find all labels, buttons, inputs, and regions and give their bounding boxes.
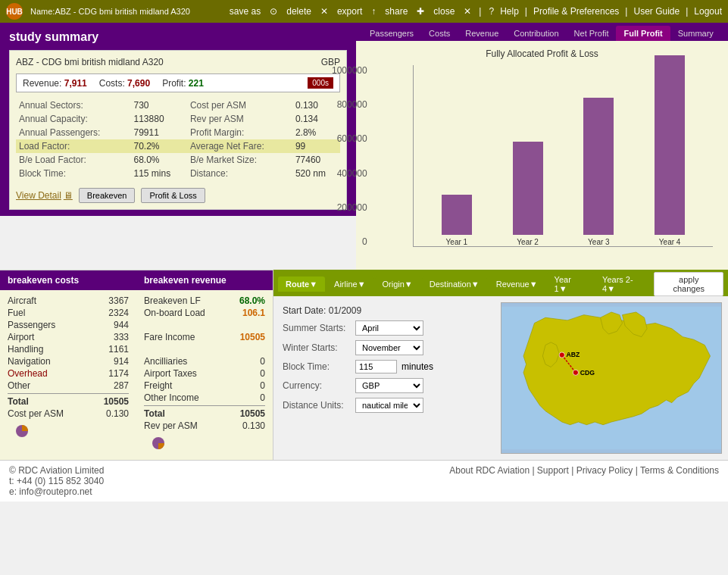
table-row: Block Time: 115 mins Distance: 520 nm xyxy=(16,167,340,180)
apply-changes-btn[interactable]: apply changes xyxy=(654,272,723,296)
tab-route[interactable]: Route▼ xyxy=(278,277,325,292)
tab-destination[interactable]: Destination▼ xyxy=(422,277,487,292)
summer-select[interactable]: January February March April May June xyxy=(355,320,423,336)
bar-year1: Year 1 xyxy=(429,195,485,246)
be-asm-costs: Cost per ASM 0.130 xyxy=(8,408,129,420)
be-revenue-col: Breakeven LF 68.0% On-board Load 106.1 F… xyxy=(136,290,273,459)
list-item xyxy=(144,343,265,355)
tab-revenue-route[interactable]: Revenue▼ xyxy=(489,277,545,292)
profit-loss-btn[interactable]: Profit & Loss xyxy=(141,188,205,203)
hub-badge: HUB xyxy=(6,3,23,20)
bar-label-1: Year 1 xyxy=(446,238,468,246)
chart-tabs: Passengers Costs Revenue Contribution Ne… xyxy=(356,23,728,41)
help-icon: ? xyxy=(489,6,494,17)
study-summary-title: study summary xyxy=(9,30,347,44)
about-link[interactable]: About RDC Aviation xyxy=(449,465,530,476)
currency-label: Currency: xyxy=(283,380,351,391)
breakeven-table: Aircraft 3367 Fuel 2324 Passengers 944 A… xyxy=(0,290,273,459)
winter-select[interactable]: October November December xyxy=(355,340,423,355)
tab-contribution[interactable]: Contribution xyxy=(506,26,566,41)
distance-select[interactable]: nautical miles kilometres miles xyxy=(355,398,423,413)
chart-area: Fully Allocated Profit & Loss 1000000 80… xyxy=(356,41,728,270)
footer-right: About RDC Aviation | Support | Privacy P… xyxy=(449,465,719,497)
metrics-table: Annual Sectors: 730 Cost per ASM 0.130 A… xyxy=(16,98,340,180)
pie-icon-costs xyxy=(15,424,29,438)
bar-year2: Year 2 xyxy=(500,142,556,246)
table-row: Annual Passengers: 79911 Profit Margin: … xyxy=(16,126,340,139)
be-revenue-header: breakeven revenue xyxy=(136,270,273,290)
tab-net-profit[interactable]: Net Profit xyxy=(567,26,617,41)
pie-icon-revenue xyxy=(152,436,165,450)
block-time-row: Block Time: minutes xyxy=(283,360,498,373)
tab-passengers[interactable]: Passengers xyxy=(362,26,421,41)
route-panel: Route▼ Airline▼ Origin▼ Destination▼ Rev… xyxy=(273,270,728,460)
profile-btn[interactable]: Profile & Preferences xyxy=(533,6,619,17)
save-as-btn[interactable]: save as xyxy=(230,6,261,17)
list-item: Freight 0 xyxy=(144,380,265,392)
list-item: Other Income 0 xyxy=(144,392,265,404)
list-item: Fuel 2324 xyxy=(8,307,129,319)
tab-revenue[interactable]: Revenue xyxy=(458,26,506,41)
export-icon: ↑ xyxy=(371,6,376,17)
profit-metric: Profit: 221 xyxy=(162,78,204,89)
save-icon: ⊙ xyxy=(270,6,277,17)
support-link[interactable]: Support xyxy=(537,465,569,476)
detail-icon: 🖥 xyxy=(64,190,73,201)
be-costs-header: breakeven costs xyxy=(0,270,136,290)
action-buttons: View Detail 🖥 Breakeven Profit & Loss xyxy=(16,188,340,203)
list-item: Ancilliaries 0 xyxy=(144,355,265,367)
summer-label: Summer Starts: xyxy=(283,323,351,333)
list-item: Airport 333 xyxy=(8,331,129,343)
study-route-title: ABZ - CDG bmi british midland A320 xyxy=(16,57,164,67)
map-area: ABZ CDG xyxy=(501,302,722,454)
summer-starts-row: Summer Starts: January February March Ap… xyxy=(283,320,498,336)
bar-3 xyxy=(583,98,614,235)
breakeven-panel: breakeven costs breakeven revenue Aircra… xyxy=(0,270,273,460)
bottom-section: breakeven costs breakeven revenue Aircra… xyxy=(0,270,728,460)
be-total-revenue: Total 10505 xyxy=(144,405,265,420)
currency-select[interactable]: GBP EUR USD xyxy=(355,378,423,393)
tab-summary[interactable]: Summary xyxy=(670,26,721,41)
export-btn[interactable]: export xyxy=(337,6,362,17)
privacy-link[interactable]: Privacy Policy xyxy=(576,465,633,476)
tab-full-profit[interactable]: Full Profit xyxy=(616,26,670,41)
share-icon: ✚ xyxy=(417,6,424,17)
profit-label: Profit: xyxy=(162,78,186,89)
tab-years24[interactable]: Years 2-4▼ xyxy=(595,272,652,296)
tab-airline[interactable]: Airline▼ xyxy=(327,277,373,292)
winter-label: Winter Starts: xyxy=(283,342,351,353)
close-btn[interactable]: close xyxy=(433,6,455,17)
distance-row: Distance Units: nautical miles kilometre… xyxy=(283,398,498,413)
divider4: | xyxy=(686,6,688,17)
tab-year1[interactable]: Year 1▼ xyxy=(547,272,593,296)
table-row-highlight: Load Factor: 70.2% Average Net Fare: 99 xyxy=(16,139,340,153)
user-guide-btn[interactable]: User Guide xyxy=(633,6,680,17)
help-btn[interactable]: Help xyxy=(500,6,519,17)
share-btn[interactable]: share xyxy=(385,6,408,17)
table-row: Annual Capacity: 113880 Rev per ASM 0.13… xyxy=(16,112,340,126)
abz-marker xyxy=(559,352,564,358)
tab-origin[interactable]: Origin▼ xyxy=(375,277,420,292)
breakeven-btn[interactable]: Breakeven xyxy=(79,188,136,203)
block-time-input[interactable] xyxy=(355,360,397,373)
delete-icon: ✕ xyxy=(320,6,328,17)
list-item: Fare Income 10505 xyxy=(144,331,265,343)
breakeven-header: breakeven costs breakeven revenue xyxy=(0,270,273,290)
bar-label-4: Year 4 xyxy=(659,238,681,246)
pie-revenue xyxy=(144,432,265,455)
view-detail-btn[interactable]: View Detail 🖥 xyxy=(16,188,73,203)
list-item xyxy=(144,319,265,331)
tab-costs[interactable]: Costs xyxy=(421,26,458,41)
logout-btn[interactable]: Logout xyxy=(694,6,722,17)
costs-label: Costs: xyxy=(99,78,125,89)
be-total-costs: Total 10505 xyxy=(8,393,129,408)
company-phone: t: +44 (0) 115 852 3040 xyxy=(9,476,104,486)
close-icon: ✕ xyxy=(464,6,471,17)
block-time-unit: minutes xyxy=(401,361,433,372)
start-date-display: Start Date: 01/2009 xyxy=(283,305,498,316)
list-item: Passengers 944 xyxy=(8,319,129,331)
bar-year4: Year 4 xyxy=(642,55,698,246)
terms-link[interactable]: Terms & Conditions xyxy=(640,465,719,476)
divider2: | xyxy=(525,6,527,17)
delete-btn[interactable]: delete xyxy=(286,6,311,17)
